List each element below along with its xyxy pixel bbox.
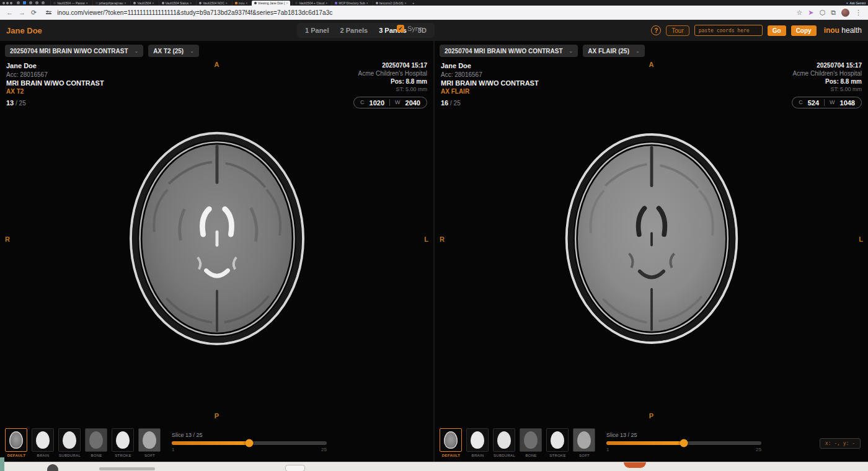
tab-close-icon[interactable]: × [125,1,126,5]
cursor-coordinate-indicator: x: -, y: - [820,438,861,449]
tab-close-icon[interactable]: × [404,1,406,5]
overlay-position: Pos: 8.8 mm [792,77,862,86]
slice-slider-knob[interactable] [680,439,688,447]
preset-thumbnail-image [36,431,50,449]
browser-tab[interactable]: Vault1504 + Claud× [292,1,330,6]
preset-default[interactable]: DEFAULT [5,428,28,457]
chevron-down-icon: ⌄ [135,48,139,54]
browser-tab[interactable]: Vault1504 Status× [159,1,195,6]
pinned-tab-icon[interactable] [23,1,26,4]
preset-subdural[interactable]: SUBDURAL [58,428,81,457]
new-tab-button[interactable]: + [410,1,416,5]
series-select-right[interactable]: AX FLAIR (25)⌄ [583,45,644,57]
tab-close-icon[interactable]: × [86,1,88,5]
preset-subdural[interactable]: SUBDURAL [493,428,516,457]
center-value[interactable]: 524 [808,99,819,108]
profile-avatar[interactable] [841,9,849,17]
preset-brain[interactable]: BRAIN [466,428,489,457]
forward-icon[interactable]: → [19,9,25,16]
layout-1panel-button[interactable]: 1 Panel [299,23,335,38]
mri-axial-brain-flair[interactable] [562,131,741,346]
preset-thumbnail-image [63,431,76,449]
browser-tab[interactable]: Vault1504× [130,1,156,6]
browser-tab[interactable]: Vault1504 NOC× [196,1,230,6]
mri-axial-brain-t2[interactable] [126,129,308,347]
copy-button[interactable]: Copy [791,25,817,36]
layout-2panels-button[interactable]: 2 Panels [335,23,374,38]
tour-button[interactable]: Tour [666,25,689,36]
coords-input[interactable] [694,25,763,36]
tab-favicon [53,2,56,4]
chevron-down-icon: ⌄ [190,48,194,54]
window-level-control[interactable]: C 524 W 1048 [792,97,862,108]
orientation-left: L [424,236,428,243]
tab-close-icon[interactable]: × [190,1,192,5]
go-button[interactable]: Go [768,25,786,36]
ask-gemini-button[interactable]: ✦Ask Gemini [846,1,866,5]
tab-close-icon[interactable]: × [326,1,327,5]
back-icon[interactable]: ← [6,9,13,16]
width-value[interactable]: 1048 [840,99,855,108]
slice-slider-track[interactable] [606,441,761,445]
preset-soft[interactable]: SOFT [573,428,596,457]
orientation-right: R [440,236,445,243]
overlay-slice-counter: 13 / 25 [6,95,104,108]
preset-bone[interactable]: BONE [85,428,108,457]
preset-soft[interactable]: SOFT [138,428,161,457]
tab-favicon [295,2,298,4]
tab-close-icon[interactable]: × [366,1,368,5]
center-value[interactable]: 1020 [370,99,384,108]
slice-slider-knob[interactable] [246,439,254,447]
preset-thumbnail-image [497,431,511,449]
background-window-strip [0,462,868,471]
share-icon[interactable]: ➤ [808,9,813,17]
viewer-panel-right: 20250704 MRI BRAIN W/WO CONTRAST⌄ AX FLA… [435,41,868,462]
pinned-tab-icon[interactable] [17,1,20,4]
tab-close-icon[interactable]: × [153,1,154,5]
tab-close-icon[interactable]: × [246,1,247,5]
image-viewport-flair[interactable]: Jane Doe Acc: 28016567 MRI BRAIN W/WO CO… [435,58,868,427]
slider-min: 1 [172,447,174,452]
bookmark-star-icon[interactable]: ☆ [796,9,802,17]
sync-checkbox-checked-icon[interactable]: ✓ [397,25,404,32]
tab-close-icon[interactable]: × [286,1,288,5]
preset-default[interactable]: DEFAULT [440,428,463,457]
reload-icon[interactable]: ⟳ [31,9,37,16]
image-viewport-t2[interactable]: Jane Doe Acc: 28016567 MRI BRAIN W/WO CO… [0,58,433,427]
tab-close-icon[interactable]: × [226,1,228,5]
width-value[interactable]: 2040 [405,99,420,108]
browser-tab[interactable]: MCP Directory Sub× [332,1,371,6]
tab-favicon [95,2,98,4]
browser-window-icon[interactable]: ⧉ [831,9,836,17]
preset-stroke[interactable]: STROKE [546,428,569,457]
browser-tab[interactable]: Vault1504 — Passw× [50,1,91,6]
site-settings-icon[interactable] [46,11,51,14]
preset-thumbnail-image [116,431,130,449]
window-level-control[interactable]: C 1020 W 2040 [353,97,427,108]
pinned-tab-icon[interactable] [42,1,45,4]
url-text[interactable]: inou.com/viewer/?token=1111111111111111&… [57,9,332,16]
preset-thumbnail-image [577,431,591,449]
preset-stroke[interactable]: STROKE [112,428,135,457]
browser-tab-active[interactable]: Viewing Jane Doe (× [252,1,290,6]
preset-bone[interactable]: BONE [520,428,542,457]
browser-tab[interactable]: inou× [232,1,250,6]
series-select-left[interactable]: AX T2 (25)⌄ [148,45,199,57]
extensions-icon[interactable]: ⬡ [820,9,826,17]
preset-brain[interactable]: BRAIN [32,428,55,457]
macos-traffic-lights[interactable] [2,2,12,4]
study-select-left[interactable]: 20250704 MRI BRAIN W/WO CONTRAST⌄ [5,45,143,57]
pinned-tab-icon[interactable] [29,1,32,4]
browser-tab[interactable]: johanjohjanaj/vau× [92,1,129,6]
sync-toggle[interactable]: ✓ Sync [397,25,422,32]
pinned-tab-icon[interactable] [35,1,38,4]
help-icon[interactable]: ? [651,25,661,35]
browser-tab-strip: Vault1504 — Passw× johanjohjanaj/vau× Va… [0,0,868,6]
pinned-tabs[interactable] [17,1,45,4]
slice-slider-track[interactable] [172,441,327,445]
browser-tab[interactable]: fanconv2 (16x16)× [373,1,409,6]
browser-menu-icon[interactable]: ⋮ [855,9,862,17]
background-window-text [99,467,155,470]
overlay-study-desc: MRI BRAIN W/WO CONTRAST [6,79,104,88]
study-select-right[interactable]: 20250704 MRI BRAIN W/WO CONTRAST⌄ [440,45,578,57]
